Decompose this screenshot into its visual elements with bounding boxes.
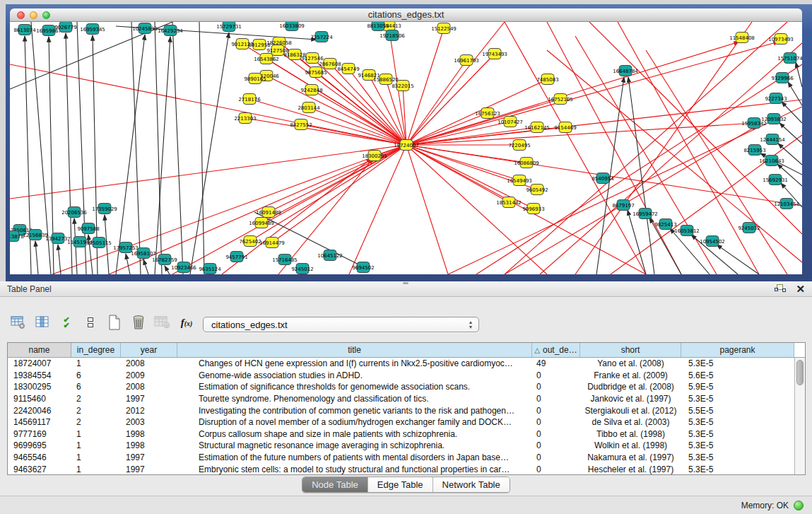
- close-panel-button[interactable]: ✕: [796, 284, 805, 294]
- network-node[interactable]: 16210643: [759, 156, 784, 166]
- network-edge[interactable]: [35, 241, 38, 274]
- network-node[interactable]: 9097588: [77, 223, 99, 234]
- cell[interactable]: 2: [71, 417, 121, 427]
- cell[interactable]: 5.5E-5: [681, 406, 794, 416]
- network-node[interactable]: 10107427: [498, 117, 523, 127]
- cell[interactable]: 1997: [121, 452, 177, 462]
- network-node[interactable]: 2213303: [234, 113, 256, 124]
- cell[interactable]: 1998: [121, 429, 177, 439]
- network-node[interactable]: 9635124: [199, 264, 221, 274]
- network-edge[interactable]: [349, 145, 406, 274]
- network-node[interactable]: 7220495: [508, 140, 530, 151]
- network-edge[interactable]: [58, 245, 61, 274]
- network-node[interactable]: 16053812: [674, 226, 700, 236]
- cell[interactable]: 49: [532, 358, 580, 368]
- column-header-pagerank[interactable]: pagerank: [681, 343, 794, 357]
- cell[interactable]: 5.3E-5: [681, 429, 794, 439]
- cell[interactable]: 2: [71, 394, 121, 404]
- network-node[interactable]: 12444154: [760, 134, 785, 145]
- cell[interactable]: 1: [71, 358, 121, 368]
- cell[interactable]: 0: [532, 465, 580, 474]
- cell[interactable]: 5.6E-5: [681, 370, 794, 380]
- network-edge[interactable]: [476, 64, 802, 274]
- table-row[interactable]: 1872400712008Changes of HCN gene express…: [8, 358, 805, 370]
- network-node[interactable]: 9694502: [352, 262, 374, 273]
- network-node[interactable]: 16752105: [548, 94, 573, 105]
- cell[interactable]: 9463627: [8, 465, 71, 474]
- table-row[interactable]: 1456911722003Disruption of a novel membe…: [8, 416, 805, 428]
- window-titlebar[interactable]: citations_edges.txt: [10, 8, 802, 22]
- function-builder-icon[interactable]: f(x): [177, 312, 196, 333]
- network-edge[interactable]: [250, 145, 406, 241]
- network-edge[interactable]: [406, 145, 519, 180]
- network-node[interactable]: 10645122: [317, 250, 343, 261]
- tab-node-table[interactable]: Node Table: [302, 477, 367, 492]
- network-node[interactable]: 10245833: [132, 23, 158, 34]
- network-node[interactable]: 16033809: [279, 22, 305, 31]
- splitter-handle[interactable]: [403, 282, 408, 284]
- table-row[interactable]: 946362711997Embryonic stem cells: a mode…: [8, 463, 805, 475]
- cell[interactable]: Hescheler et al. (1997): [580, 465, 681, 474]
- cell[interactable]: 0: [532, 406, 580, 416]
- cell[interactable]: 0: [532, 417, 580, 427]
- cell[interactable]: Investigating the contribution of common…: [177, 406, 532, 416]
- cell[interactable]: Yano et al. (2008): [580, 358, 681, 368]
- cell[interactable]: 22420046: [8, 406, 71, 416]
- cell[interactable]: 5.3E-5: [681, 465, 794, 474]
- network-node[interactable]: 8215953: [743, 145, 765, 156]
- network-node[interactable]: 10923466: [171, 262, 196, 273]
- network-edge[interactable]: [155, 37, 170, 274]
- scrollbar-thumb[interactable]: [796, 360, 804, 385]
- network-edge[interactable]: [131, 22, 141, 274]
- cell[interactable]: Wolkin et al. (1998): [580, 440, 681, 450]
- cell[interactable]: 0: [532, 452, 580, 462]
- cell[interactable]: 9777169: [8, 429, 71, 439]
- network-node[interactable]: 9605492: [526, 185, 548, 195]
- network-node[interactable]: 16959345: [80, 24, 105, 35]
- cell[interactable]: 5.3E-5: [681, 358, 794, 368]
- network-node[interactable]: 16961793: [454, 55, 479, 66]
- close-window-button[interactable]: [17, 11, 25, 19]
- table-row[interactable]: 1938455462009Genome-wide association stu…: [8, 370, 805, 382]
- network-node[interactable]: 9825413: [654, 219, 676, 230]
- network-node[interactable]: 9457791: [225, 252, 247, 262]
- network-edge[interactable]: [266, 59, 406, 145]
- column-header-out_de[interactable]: △out_de…: [532, 343, 580, 357]
- cell[interactable]: 2009: [121, 370, 177, 380]
- cell[interactable]: 5.3E-5: [681, 440, 794, 450]
- cell[interactable]: Changes of HCN gene expression and I(f) …: [177, 358, 532, 368]
- cell[interactable]: 14569117: [8, 417, 71, 427]
- cell[interactable]: Genome-wide association studies in ADHD.: [177, 370, 532, 380]
- cell[interactable]: 0: [532, 382, 580, 392]
- row-height-icon[interactable]: [81, 312, 100, 333]
- memory-status-icon[interactable]: [794, 501, 804, 510]
- cell[interactable]: 9699695: [8, 440, 71, 450]
- network-node[interactable]: 9245012: [291, 264, 313, 274]
- network-node[interactable]: 11548408: [729, 33, 755, 43]
- column-header-year[interactable]: year: [121, 343, 177, 357]
- cell[interactable]: 5.3E-5: [681, 417, 794, 427]
- network-node[interactable]: 19743493: [482, 49, 507, 59]
- network-edge[interactable]: [272, 145, 406, 243]
- network-edge[interactable]: [505, 126, 757, 274]
- cell[interactable]: 0: [532, 440, 580, 450]
- table-row[interactable]: 2242004622012Investigating the contribut…: [8, 404, 805, 416]
- network-edge[interactable]: [10, 64, 406, 145]
- network-edge[interactable]: [717, 245, 759, 274]
- network-edge[interactable]: [143, 259, 148, 274]
- network-canvas[interactable]: 1872400718300295901212389129581822605891…: [10, 22, 802, 274]
- float-panel-button[interactable]: [775, 284, 786, 294]
- tab-network-table[interactable]: Network Table: [433, 477, 510, 492]
- network-node[interactable]: 16549493: [507, 175, 532, 186]
- table-row[interactable]: 911546021997Tourette syndrome. Phenomeno…: [8, 393, 805, 405]
- network-node[interactable]: 9245032: [738, 223, 760, 233]
- network-edge[interactable]: [406, 60, 466, 145]
- table-row[interactable]: 969969511998Structural magnetic resonanc…: [8, 440, 805, 452]
- network-node[interactable]: 15122549: [431, 23, 457, 34]
- network-node[interactable]: 2803144: [298, 103, 320, 113]
- table-row[interactable]: 977716911998Corpus callosum shape and si…: [8, 428, 805, 440]
- network-node[interactable]: 16086809: [514, 158, 539, 168]
- network-edge[interactable]: [165, 266, 170, 274]
- network-node[interactable]: 16914479: [259, 238, 285, 248]
- cell[interactable]: Dudbridge et al. (2008): [580, 382, 681, 392]
